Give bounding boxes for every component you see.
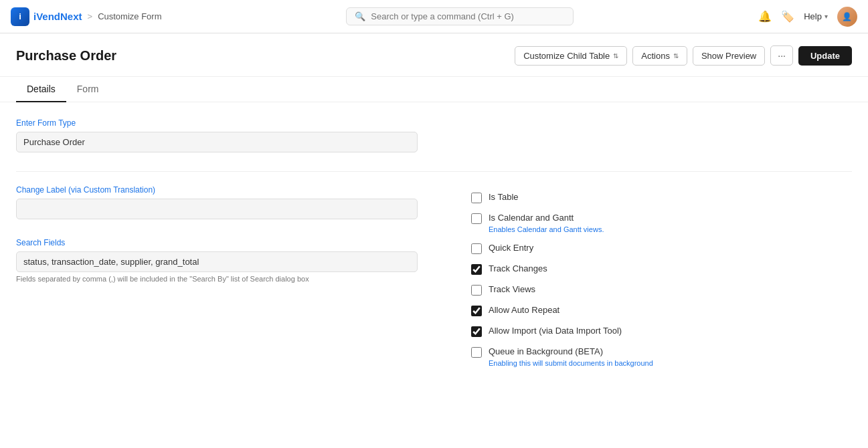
is-calendar-gantt-row: Is Calendar and Gantt Enables Calendar a… (471, 213, 806, 233)
brand-prefix: iVend (33, 11, 60, 22)
bell-icon: 🔔 (758, 10, 772, 23)
form-type-label: Enter Form Type (16, 118, 852, 128)
search-icon: 🔍 (355, 11, 365, 21)
is-calendar-gantt-label: Is Calendar and Gantt (489, 213, 574, 223)
change-label-label: Change Label (via Custom Translation) (16, 185, 444, 195)
allow-import-checkbox[interactable] (471, 326, 482, 337)
update-label: Update (810, 51, 840, 61)
brand-name: iVendNext (33, 11, 82, 22)
search-bar: 🔍 (346, 7, 574, 25)
breadcrumb-link[interactable]: Customize Form (98, 11, 161, 21)
change-label-input[interactable] (16, 199, 418, 219)
navbar: i iVendNext > Customize Form 🔍 🔔 🏷️ Help… (0, 0, 868, 33)
search-fields-hint: Fields separated by comma (,) will be in… (16, 275, 444, 283)
allow-import-row: Allow Import (via Data Import Tool) (471, 326, 806, 337)
quick-entry-label: Quick Entry (489, 243, 533, 253)
col-right: Is Table Is Calendar and Gantt Enables C… (471, 185, 806, 367)
tab-details[interactable]: Details (16, 77, 66, 102)
tab-form[interactable]: Form (66, 77, 110, 102)
queue-background-row: Queue in Background (BETA) Enabling this… (471, 346, 806, 367)
search-fields-input[interactable] (16, 251, 418, 272)
actions-button[interactable]: Actions ⇅ (632, 46, 687, 66)
checkbox-group: Is Table Is Calendar and Gantt Enables C… (471, 192, 806, 367)
form-type-input[interactable] (16, 132, 418, 152)
page-header: Purchase Order Customize Child Table ⇅ A… (0, 33, 868, 77)
queue-background-label: Queue in Background (BETA) (489, 346, 603, 356)
divider-1 (16, 171, 852, 172)
help-button[interactable]: Help ▾ (804, 11, 828, 21)
actions-label: Actions (641, 51, 670, 61)
is-table-checkbox[interactable] (471, 193, 482, 203)
allow-auto-repeat-row: Allow Auto Repeat (471, 305, 806, 316)
header-actions: Customize Child Table ⇅ Actions ⇅ Show P… (515, 45, 852, 66)
is-table-label: Is Table (489, 192, 519, 202)
is-calendar-gantt-checkbox[interactable] (471, 213, 482, 224)
tab-form-label: Form (77, 84, 99, 94)
navbar-right: 🔔 🏷️ Help ▾ 👤 (758, 7, 857, 27)
change-label-section: Change Label (via Custom Translation) (16, 185, 444, 219)
avatar-initials: 👤 (842, 12, 852, 21)
brand-suffix: Next (60, 11, 82, 22)
brand-logo[interactable]: i iVendNext (11, 7, 82, 26)
track-views-row: Track Views (471, 284, 806, 296)
allow-auto-repeat-label: Allow Auto Repeat (489, 305, 559, 315)
breadcrumb-separator: > (88, 11, 93, 21)
ellipsis-icon: ··· (778, 50, 786, 61)
logo-icon: i (11, 7, 29, 26)
customize-child-table-button[interactable]: Customize Child Table ⇅ (515, 46, 627, 66)
more-options-button[interactable]: ··· (770, 45, 793, 66)
queue-background-checkbox[interactable] (471, 347, 482, 358)
quick-entry-row: Quick Entry (471, 243, 806, 254)
queue-background-hint: Enabling this will submit documents in b… (489, 359, 806, 367)
tab-details-label: Details (27, 84, 56, 94)
allow-import-label: Allow Import (via Data Import Tool) (489, 326, 622, 336)
is-table-row: Is Table (471, 192, 806, 203)
track-changes-row: Track Changes (471, 263, 806, 275)
customize-child-table-chevron: ⇅ (613, 52, 618, 60)
tag-icon: 🏷️ (781, 10, 794, 23)
help-label: Help (804, 11, 822, 21)
actions-chevron: ⇅ (673, 52, 679, 60)
track-changes-label: Track Changes (489, 263, 547, 273)
form-type-section: Enter Form Type (16, 118, 852, 152)
search-fields-section: Search Fields Fields separated by comma … (16, 238, 444, 283)
show-preview-button[interactable]: Show Preview (693, 46, 765, 66)
logo-text: i (19, 11, 21, 21)
help-chevron: ▾ (824, 13, 828, 20)
search-container: 🔍 (346, 7, 574, 25)
search-input[interactable] (371, 11, 565, 21)
track-views-label: Track Views (489, 284, 535, 294)
is-calendar-gantt-hint: Enables Calendar and Gantt views. (489, 225, 806, 233)
two-col-section: Change Label (via Custom Translation) Se… (16, 185, 852, 367)
search-fields-label: Search Fields (16, 238, 444, 247)
tags-button[interactable]: 🏷️ (781, 10, 794, 23)
customize-child-table-label: Customize Child Table (523, 51, 610, 61)
page-title: Purchase Order (16, 48, 116, 64)
track-changes-checkbox[interactable] (471, 264, 482, 275)
navbar-left: i iVendNext > Customize Form (11, 7, 161, 26)
avatar[interactable]: 👤 (837, 7, 857, 27)
notifications-button[interactable]: 🔔 (758, 10, 772, 23)
col-left: Change Label (via Custom Translation) Se… (16, 185, 444, 367)
allow-auto-repeat-checkbox[interactable] (471, 306, 482, 316)
show-preview-label: Show Preview (701, 51, 756, 61)
quick-entry-checkbox[interactable] (471, 243, 482, 254)
update-button[interactable]: Update (798, 46, 852, 66)
form-body: Enter Form Type Change Label (via Custom… (0, 102, 868, 399)
tabs: Details Form (0, 77, 868, 102)
track-views-checkbox[interactable] (471, 285, 482, 296)
